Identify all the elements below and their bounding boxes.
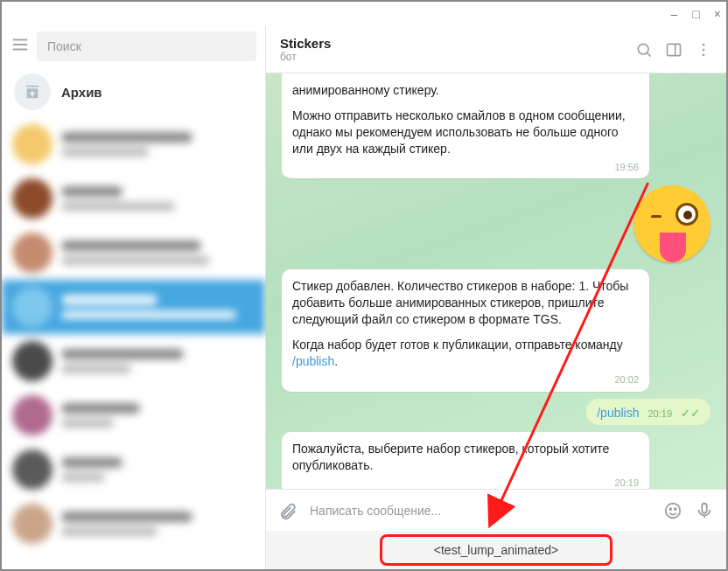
- svg-point-10: [666, 503, 681, 518]
- microphone-icon[interactable]: [695, 501, 714, 520]
- message-text: Когда набор будет готов к публикации, от…: [292, 337, 639, 370]
- chat-list-item[interactable]: [2, 334, 265, 388]
- chat-panel: Stickers бот анимированному стикеру. Мож…: [266, 26, 726, 569]
- message-time: 20:19: [648, 408, 672, 419]
- message-incoming[interactable]: Стикер добавлен. Количество стикеров в н…: [282, 269, 649, 391]
- message-text: анимированному стикеру.: [292, 82, 639, 99]
- svg-point-11: [669, 508, 671, 510]
- svg-rect-5: [668, 44, 681, 55]
- archive-item[interactable]: Архив: [2, 66, 265, 117]
- chat-title[interactable]: Stickers: [280, 36, 331, 51]
- chat-list-item[interactable]: [2, 497, 265, 551]
- sticker-message[interactable]: [282, 185, 710, 262]
- chat-header: Stickers бот: [266, 26, 726, 73]
- svg-line-4: [648, 52, 651, 56]
- svg-point-9: [703, 53, 705, 56]
- message-time: 20:19: [292, 477, 639, 489]
- message-text: Пожалуйста, выберите набор стикеров, кот…: [292, 441, 639, 474]
- chat-list-item[interactable]: [2, 226, 265, 280]
- menu-icon[interactable]: [10, 35, 30, 58]
- reply-suggestion-bar[interactable]: <test_lump_animated>: [266, 531, 726, 569]
- svg-rect-13: [702, 503, 707, 512]
- read-ticks-icon: ✓✓: [681, 407, 700, 420]
- message-input[interactable]: Написать сообщение...: [310, 504, 651, 518]
- chat-subtitle: бот: [280, 51, 331, 63]
- reply-suggestion-text[interactable]: <test_lump_animated>: [434, 543, 558, 557]
- chat-list-item[interactable]: [2, 117, 265, 171]
- svg-point-12: [675, 508, 676, 510]
- message-text: Стикер добавлен. Количество стикеров в н…: [292, 278, 639, 328]
- emoji-icon[interactable]: [663, 501, 682, 520]
- chat-body[interactable]: анимированному стикеру. Можно отправить …: [266, 73, 726, 489]
- window-minimize[interactable]: ‒: [670, 7, 678, 21]
- message-incoming[interactable]: Пожалуйста, выберите набор стикеров, кот…: [282, 432, 649, 489]
- publish-link[interactable]: /publish: [292, 354, 334, 368]
- message-text: /publish: [597, 406, 639, 420]
- chat-list-item-selected[interactable]: [2, 280, 265, 334]
- compose-row: Написать сообщение...: [266, 489, 726, 531]
- more-icon[interactable]: [695, 41, 712, 59]
- message-outgoing[interactable]: /publish 20:19 ✓✓: [586, 399, 710, 425]
- window-titlebar: ‒ □ ×: [2, 2, 726, 26]
- message-time: 20:02: [292, 373, 639, 386]
- wink-tongue-sticker-icon: [634, 185, 710, 262]
- svg-point-7: [703, 43, 705, 45]
- message-incoming[interactable]: анимированному стикеру. Можно отправить …: [282, 73, 649, 178]
- archive-title: Архив: [61, 85, 102, 100]
- message-text: Можно отправить несколько смайлов в одно…: [292, 108, 639, 157]
- window-close[interactable]: ×: [714, 7, 721, 21]
- search-input[interactable]: Поиск: [37, 31, 256, 61]
- attach-icon[interactable]: [278, 501, 298, 520]
- svg-point-3: [638, 44, 648, 54]
- svg-point-8: [703, 48, 705, 51]
- chat-list[interactable]: [2, 117, 265, 569]
- archive-icon: [14, 73, 51, 110]
- chat-list-item[interactable]: [2, 388, 265, 442]
- sidebar: Поиск Архив: [2, 26, 266, 569]
- message-time: 19:56: [292, 161, 639, 174]
- sidepanel-icon[interactable]: [665, 41, 682, 59]
- chat-list-item[interactable]: [2, 442, 265, 497]
- chat-list-item[interactable]: [2, 171, 265, 226]
- search-icon[interactable]: [635, 41, 653, 59]
- window-maximize[interactable]: □: [692, 7, 699, 21]
